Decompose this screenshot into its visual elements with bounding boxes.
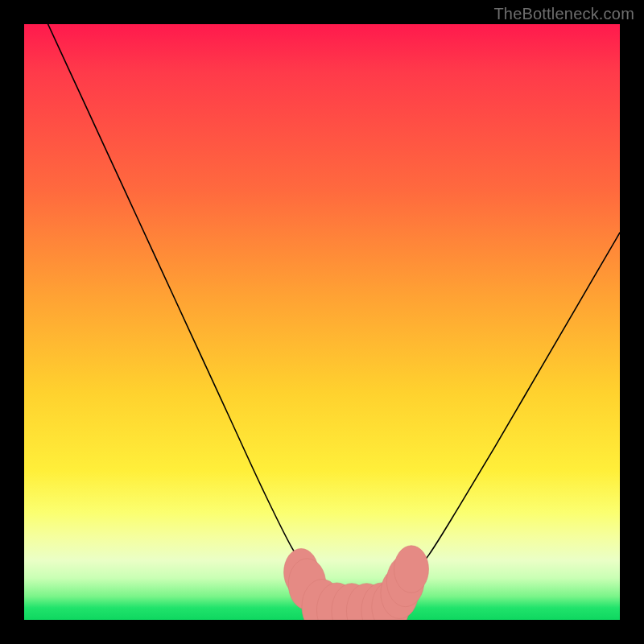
plot-area: [24, 24, 620, 620]
series-group: [48, 24, 620, 611]
watermark-text: TheBottleneck.com: [493, 5, 634, 23]
bottleneck-marker: [394, 546, 429, 593]
chart-frame: TheBottleneck.com: [0, 0, 644, 644]
curve-svg: [24, 24, 620, 620]
marker-group: [284, 546, 429, 620]
series-left-curve: [48, 24, 346, 608]
